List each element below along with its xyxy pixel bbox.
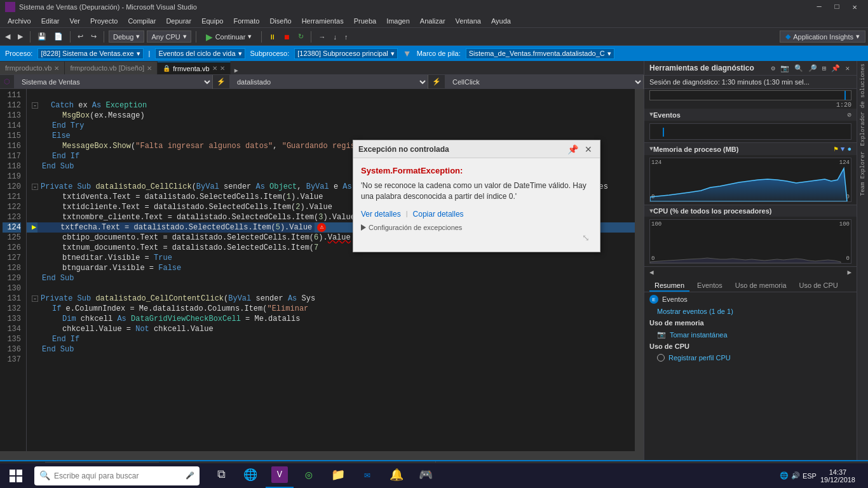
diag-close-icon[interactable]: ✕ [843,64,851,72]
step-into-button[interactable]: ↓ [330,32,339,42]
taskbar-task-view[interactable]: ⧉ [207,463,235,489]
collapse-131-icon[interactable]: - [32,295,38,302]
taskbar-mail[interactable]: ✉ [353,463,381,489]
tab-frmproducto-design[interactable]: frmproducto.vb [Diseño] ✕ [65,62,158,74]
method2-selector[interactable]: CellClick [445,75,644,89]
taskbar-explorer[interactable]: 📁 [324,463,352,489]
diag-zoom-out-icon[interactable]: 🔎 [806,64,819,72]
debug-mode-dropdown[interactable]: Debug ▾ [109,30,144,43]
menu-compilar[interactable]: Compilar [123,14,161,28]
registrar-perfil-action[interactable]: Registrar perfil CPU [644,353,857,363]
diag-pin-icon[interactable]: 📌 [829,64,842,72]
scroll-right-icon[interactable]: ▶ [847,268,851,276]
forward-button[interactable]: ▶ [15,31,25,42]
menu-prueba[interactable]: Prueba [349,14,381,28]
diag-tab-cpu[interactable]: Uso de CPU [794,280,843,292]
continue-button[interactable]: ▶ Continuar ▾ [201,30,257,43]
cpu-section-header[interactable]: ▼ CPU (% de todos los procesadores) [644,205,857,217]
horizontal-scrollbar[interactable] [0,451,644,460]
scroll-left-icon[interactable]: ◀ [649,268,654,276]
mem-flag1-icon[interactable]: ⚑ [834,145,838,153]
taskbar-search-input[interactable] [54,471,182,480]
menu-formato[interactable]: Formato [228,14,264,28]
mostrar-eventos-action[interactable]: Mostrar eventos (1 de 1) [644,306,857,316]
exception-close-icon[interactable]: ✕ [582,144,595,154]
tab-frmventa[interactable]: 🔒 frmventa.vb ✕ ✕ [158,62,230,74]
exception-config[interactable]: Configuración de excepciones [361,224,592,231]
undo-button[interactable]: ↩ [75,31,86,42]
method-selector[interactable]: datalistado [229,75,428,89]
config-expand-icon[interactable] [361,224,366,231]
diag-camera-icon[interactable]: 📷 [778,64,791,72]
diag-zoom-in-icon[interactable]: 🔍 [792,64,805,72]
close-tab1-icon[interactable]: ✕ [54,65,59,72]
diag-scroll-bar[interactable]: ◀ ▶ [644,267,857,278]
copiar-detalles-link[interactable]: Copiar detalles [413,210,464,219]
close-tab3-icon[interactable]: ✕ [212,65,217,72]
menu-archivo[interactable]: Archivo [3,14,36,28]
maximize-button[interactable]: □ [829,0,845,14]
minimize-button[interactable]: ─ [811,0,827,14]
diag-settings-icon[interactable]: ⚙ [769,64,777,72]
scroll-tabs-icon[interactable]: ▶ [231,67,242,74]
collapse-120-icon[interactable]: - [32,184,38,190]
back-button[interactable]: ◀ [3,31,13,42]
title-bar-controls[interactable]: ─ □ ✕ [811,0,863,14]
diagnostics-timeline[interactable] [649,90,851,100]
app-insights-button[interactable]: ◆ Application Insights ▾ [780,30,865,43]
menu-diseno[interactable]: Diseño [264,14,296,28]
tab-more-icon[interactable]: ✕ [220,65,225,72]
redo-button[interactable]: ↪ [88,31,99,42]
diagnostics-controls[interactable]: ⚙ 📷 🔍 🔎 ⊞ 📌 ✕ [769,64,851,72]
menu-proyecto[interactable]: Proyecto [85,14,123,28]
taskbar-chrome[interactable]: ◎ [295,463,323,489]
filter-icon[interactable]: ▼ [403,48,412,58]
start-button[interactable] [0,463,32,489]
stop-button[interactable]: ⏹ [281,32,293,42]
menu-ver[interactable]: Ver [64,14,85,28]
menu-editar[interactable]: Editar [36,14,65,28]
taskbar-app8[interactable]: 🎮 [412,463,440,489]
platform-dropdown[interactable]: Any CPU ▾ [147,30,191,43]
close-button[interactable]: ✕ [846,0,863,14]
menu-analizar[interactable]: Analizar [415,14,451,28]
microphone-icon[interactable]: 🎤 [186,471,194,480]
vertical-scrollbar[interactable] [635,89,644,451]
diag-tab-eventos[interactable]: Eventos [692,280,728,292]
diag-tab-resumen[interactable]: Resumen [649,280,689,292]
step-out-button[interactable]: ↑ [342,32,351,42]
diag-expand-icon[interactable]: ⊞ [820,64,829,72]
menu-imagen[interactable]: Imagen [381,14,415,28]
resize-icon[interactable]: ⤡ [582,233,590,243]
stack-dropdown[interactable]: Sistema_de_Ventas.frmventa.datalistado_C… [466,48,614,59]
thread-dropdown[interactable]: [12380] Subproceso principal ▾ [294,48,397,59]
menu-depurar[interactable]: Depurar [161,14,196,28]
exception-pin-icon[interactable]: 📌 [565,144,581,154]
exception-title-controls[interactable]: 📌 ✕ [565,144,595,154]
close-tab2-icon[interactable]: ✕ [147,65,152,72]
diag-tab-memoria[interactable]: Uso de memoria [730,280,792,292]
taskbar-app7[interactable]: 🔔 [383,463,410,489]
class-selector[interactable]: Sistema de Ventas [14,75,213,89]
menu-herramientas[interactable]: Herramientas [297,14,349,28]
lifecycle-dropdown[interactable]: Eventos del ciclo de vida ▾ [155,48,245,59]
menu-ventana[interactable]: Ventana [451,14,486,28]
step-over-button[interactable]: → [316,32,328,42]
taskbar-edge[interactable]: 🌐 [236,463,264,489]
events-marker-icon[interactable]: ⊘ [847,111,851,119]
memoria-section-header[interactable]: ▼ Memoria de proceso (MB) ⚑ ▼ ● [644,143,857,155]
mem-flag2-icon[interactable]: ▼ [841,146,845,153]
tab-frmproducto[interactable]: frmproducto.vb ✕ [0,62,65,74]
save-button[interactable]: 💾 [35,31,49,42]
menu-equipo[interactable]: Equipo [196,14,228,28]
tomar-instantanea-action[interactable]: 📷 Tomar instantánea [644,329,857,340]
ver-detalles-link[interactable]: Ver detalles [361,210,401,219]
pause-button[interactable]: ⏸ [266,32,278,42]
eventos-section-header[interactable]: ▼ Eventos ⊘ [644,109,857,121]
new-button[interactable]: 📄 [51,31,65,42]
menu-ayuda[interactable]: Ayuda [486,14,516,28]
taskbar-search-box[interactable]: 🔍 🎤 [34,466,200,485]
taskbar-vs[interactable]: V [266,463,294,489]
process-dropdown[interactable]: [8228] Sistema de Ventas.exe ▾ [37,48,143,59]
mem-circle-icon[interactable]: ● [847,146,851,153]
